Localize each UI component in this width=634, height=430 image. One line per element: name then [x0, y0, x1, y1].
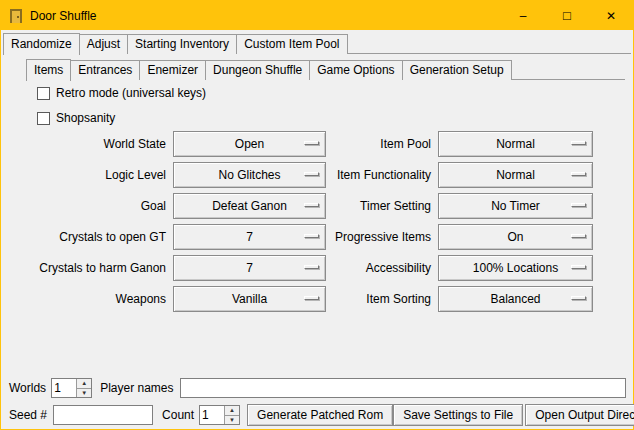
seed-row: Seed # Count ▲ ▼ Generate Patched Rom Sa…	[9, 404, 626, 426]
progressive-items-dropdown[interactable]: On	[438, 224, 593, 250]
goal-dropdown[interactable]: Defeat Ganon	[173, 193, 326, 219]
app-icon	[8, 8, 24, 24]
world-state-label: World State	[1, 137, 166, 151]
options-grid: World State Open Item Pool Normal Logic …	[1, 131, 593, 312]
item-sorting-value: Balanced	[490, 292, 540, 306]
worlds-spinner[interactable]: ▲ ▼	[51, 378, 92, 398]
save-settings-button[interactable]: Save Settings to File	[393, 404, 523, 426]
tab-starting-inventory[interactable]: Starting Inventory	[127, 34, 237, 54]
timer-setting-dropdown[interactable]: No Timer	[438, 193, 593, 219]
weapons-value: Vanilla	[232, 292, 267, 306]
spinner-down-icon[interactable]: ▼	[77, 389, 91, 398]
window-title: Door Shuffle	[30, 9, 97, 23]
shopsanity-label: Shopsanity	[56, 111, 115, 125]
player-names-label: Player names	[100, 381, 173, 395]
tab-enemizer[interactable]: Enemizer	[139, 60, 206, 80]
dropdown-indicator-icon	[304, 203, 319, 207]
generate-patched-rom-button[interactable]: Generate Patched Rom	[247, 404, 393, 426]
logic-level-label: Logic Level	[1, 168, 166, 182]
tab-items[interactable]: Items	[26, 59, 71, 81]
crystals-gt-dropdown[interactable]: 7	[173, 224, 326, 250]
dropdown-indicator-icon	[304, 141, 319, 145]
progressive-items-value: On	[507, 230, 523, 244]
tab-entrances[interactable]: Entrances	[70, 60, 140, 80]
timer-setting-value: No Timer	[491, 199, 540, 213]
world-state-dropdown[interactable]: Open	[173, 131, 326, 157]
dropdown-indicator-icon	[571, 141, 586, 145]
open-output-directory-button[interactable]: Open Output Directory	[525, 404, 634, 426]
accessibility-dropdown[interactable]: 100% Locations	[438, 255, 593, 281]
item-pool-value: Normal	[496, 137, 535, 151]
progressive-items-label: Progressive Items	[333, 230, 431, 244]
dropdown-indicator-icon	[571, 203, 586, 207]
dropdown-indicator-icon	[571, 172, 586, 176]
shopsanity-checkbutton[interactable]: Shopsanity	[37, 110, 115, 126]
crystals-ganon-dropdown[interactable]: 7	[173, 255, 326, 281]
count-spinner[interactable]: ▲ ▼	[199, 405, 240, 425]
retro-mode-checkbutton[interactable]: Retro mode (universal keys)	[37, 85, 206, 101]
dropdown-indicator-icon	[571, 265, 586, 269]
dropdown-indicator-icon	[571, 234, 586, 238]
sub-tab-bar: Items Entrances Enemizer Dungeon Shuffle…	[26, 59, 625, 80]
window-controls: – □ ✕	[501, 1, 633, 30]
item-pool-dropdown[interactable]: Normal	[438, 131, 593, 157]
tab-adjust[interactable]: Adjust	[79, 34, 128, 54]
dropdown-indicator-icon	[571, 296, 586, 300]
item-sorting-label: Item Sorting	[333, 292, 431, 306]
crystals-ganon-value: 7	[246, 261, 253, 275]
spinner-up-icon[interactable]: ▲	[225, 406, 239, 416]
tab-game-options[interactable]: Game Options	[309, 60, 402, 80]
door-shuffle-window: Door Shuffle – □ ✕ Randomize Adjust Star…	[0, 0, 634, 430]
crystals-gt-label: Crystals to open GT	[1, 230, 166, 244]
player-names-input[interactable]	[180, 378, 627, 398]
dropdown-indicator-icon	[304, 296, 319, 300]
dropdown-indicator-icon	[304, 265, 319, 269]
minimize-icon[interactable]: –	[501, 1, 545, 30]
item-functionality-label: Item Functionality	[333, 168, 431, 182]
maximize-icon[interactable]: □	[545, 1, 589, 30]
shopsanity-checkbox[interactable]	[37, 112, 50, 125]
accessibility-label: Accessibility	[333, 261, 431, 275]
spinner-down-icon[interactable]: ▼	[225, 416, 239, 425]
spinner-up-icon[interactable]: ▲	[77, 379, 91, 389]
goal-label: Goal	[1, 199, 166, 213]
crystals-ganon-label: Crystals to harm Ganon	[1, 261, 166, 275]
timer-setting-label: Timer Setting	[333, 199, 431, 213]
accessibility-value: 100% Locations	[473, 261, 558, 275]
dropdown-indicator-icon	[304, 172, 319, 176]
worlds-row: Worlds ▲ ▼ Player names	[9, 377, 626, 399]
main-tab-bar: Randomize Adjust Starting Inventory Cust…	[3, 32, 631, 54]
tab-custom-item-pool[interactable]: Custom Item Pool	[236, 34, 347, 54]
close-icon[interactable]: ✕	[589, 1, 633, 30]
worlds-spinner-buttons: ▲ ▼	[76, 379, 91, 397]
worlds-label: Worlds	[9, 381, 46, 395]
dropdown-indicator-icon	[304, 234, 319, 238]
weapons-label: Weapons	[1, 292, 166, 306]
world-state-value: Open	[235, 137, 264, 151]
logic-level-value: No Glitches	[218, 168, 280, 182]
tab-dungeon-shuffle[interactable]: Dungeon Shuffle	[205, 60, 310, 80]
logic-level-dropdown[interactable]: No Glitches	[173, 162, 326, 188]
retro-mode-checkbox[interactable]	[37, 87, 50, 100]
seed-label: Seed #	[9, 408, 47, 422]
item-pool-label: Item Pool	[333, 137, 431, 151]
tab-generation-setup[interactable]: Generation Setup	[402, 60, 512, 80]
item-sorting-dropdown[interactable]: Balanced	[438, 286, 593, 312]
crystals-gt-value: 7	[246, 230, 253, 244]
count-spinner-buttons: ▲ ▼	[224, 406, 239, 424]
tab-randomize[interactable]: Randomize	[3, 33, 80, 55]
retro-mode-label: Retro mode (universal keys)	[56, 86, 206, 100]
weapons-dropdown[interactable]: Vanilla	[173, 286, 326, 312]
goal-value: Defeat Ganon	[212, 199, 287, 213]
titlebar[interactable]: Door Shuffle – □ ✕	[1, 1, 633, 30]
seed-input[interactable]	[53, 405, 153, 425]
worlds-input[interactable]	[52, 379, 76, 397]
item-functionality-value: Normal	[496, 168, 535, 182]
item-functionality-dropdown[interactable]: Normal	[438, 162, 593, 188]
count-label: Count	[162, 408, 194, 422]
count-input[interactable]	[200, 406, 224, 424]
